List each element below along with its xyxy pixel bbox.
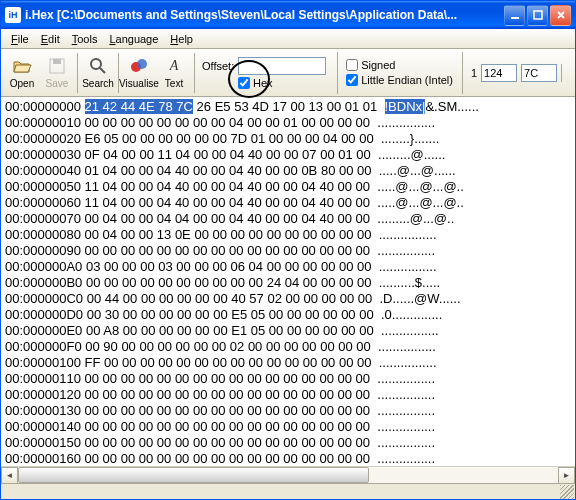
hex-row[interactable]: 00:00000080 00 04 00 00 13 0E 00 00 00 0… bbox=[5, 227, 575, 243]
maximize-button[interactable] bbox=[527, 5, 548, 26]
hex-row[interactable]: 00:00000100 FF 00 00 00 00 00 00 00 00 0… bbox=[5, 355, 575, 371]
ascii-cell[interactable]: .........@...... bbox=[378, 147, 445, 163]
hex-bytes[interactable]: 00 00 00 00 00 00 00 00 00 00 00 00 00 0… bbox=[85, 387, 378, 403]
hex-bytes[interactable]: 00 00 00 00 00 00 00 00 00 00 24 04 00 0… bbox=[86, 275, 379, 291]
ascii-cell[interactable]: ..........$..... bbox=[379, 275, 440, 291]
text-button[interactable]: A Text bbox=[157, 51, 191, 95]
save-button[interactable]: Save bbox=[40, 51, 74, 95]
hex-bytes[interactable]: 0F 04 00 00 11 04 00 00 04 40 00 00 07 0… bbox=[85, 147, 378, 163]
hex-row[interactable]: 00:00000040 01 04 00 00 04 40 00 00 04 4… bbox=[5, 163, 575, 179]
hex-bytes[interactable]: 00 00 00 00 00 00 00 00 04 00 00 01 00 0… bbox=[85, 115, 378, 131]
menu-language[interactable]: Language bbox=[103, 31, 164, 47]
ascii-cell[interactable]: .0.............. bbox=[381, 307, 442, 323]
endian-checkbox[interactable] bbox=[346, 74, 358, 86]
hex-bytes[interactable]: 00 04 00 00 13 0E 00 00 00 00 00 00 00 0… bbox=[85, 227, 379, 243]
hex-bytes[interactable]: FF 00 00 00 00 00 00 00 00 00 00 00 00 0… bbox=[85, 355, 379, 371]
hex-row[interactable]: 00:000000E0 00 A8 00 00 00 00 00 00 E1 0… bbox=[5, 323, 575, 339]
hex-row[interactable]: 00:00000110 00 00 00 00 00 00 00 00 00 0… bbox=[5, 371, 575, 387]
hex-row[interactable]: 00:00000020 E6 05 00 00 00 00 00 00 7D 0… bbox=[5, 131, 575, 147]
ascii-cell[interactable]: ................ bbox=[377, 403, 435, 419]
ascii-cell[interactable]: ................ bbox=[379, 259, 437, 275]
endian-checkbox-label[interactable]: Little Endian (Intel) bbox=[346, 74, 453, 86]
ascii-cell[interactable]: ................ bbox=[377, 243, 435, 259]
menu-edit[interactable]: Edit bbox=[35, 31, 66, 47]
ascii-cell[interactable]: .........@...@.. bbox=[377, 211, 454, 227]
hex-row[interactable]: 00:00000000 21 42 44 4E 78 7C 26 E5 53 4… bbox=[5, 99, 575, 115]
hex-bytes[interactable]: 00 00 00 00 00 00 00 00 00 00 00 00 00 0… bbox=[85, 371, 378, 387]
hex-bytes[interactable]: 11 04 00 00 04 40 00 00 04 40 00 00 04 4… bbox=[85, 195, 378, 211]
hex-row[interactable]: 00:00000010 00 00 00 00 00 00 00 00 04 0… bbox=[5, 115, 575, 131]
ascii-cell[interactable]: ................ bbox=[377, 451, 435, 466]
ascii-cell[interactable]: ................ bbox=[381, 323, 439, 339]
hex-view[interactable]: 00:00000000 21 42 44 4E 78 7C 26 E5 53 4… bbox=[1, 97, 575, 466]
ascii-cell[interactable]: .....@...@...... bbox=[379, 163, 456, 179]
hex-row[interactable]: 00:000000B0 00 00 00 00 00 00 00 00 00 0… bbox=[5, 275, 575, 291]
ascii-cell[interactable]: ................ bbox=[377, 371, 435, 387]
hex-row[interactable]: 00:00000030 0F 04 00 00 11 04 00 00 04 4… bbox=[5, 147, 575, 163]
hex-bytes[interactable]: 00 00 00 00 00 00 00 00 00 00 00 00 00 0… bbox=[85, 243, 378, 259]
hex-row[interactable]: 00:00000140 00 00 00 00 00 00 00 00 00 0… bbox=[5, 419, 575, 435]
text-label: Text bbox=[165, 78, 183, 89]
minimize-button[interactable] bbox=[504, 5, 525, 26]
ascii-cell[interactable]: ................ bbox=[378, 339, 436, 355]
hex-row[interactable]: 00:000000C0 00 44 00 00 00 00 00 00 40 5… bbox=[5, 291, 575, 307]
value-hex-input[interactable] bbox=[521, 64, 557, 82]
hex-row[interactable]: 00:000000F0 00 90 00 00 00 00 00 00 02 0… bbox=[5, 339, 575, 355]
menu-help[interactable]: Help bbox=[164, 31, 199, 47]
hex-bytes[interactable]: 00 90 00 00 00 00 00 00 02 00 00 00 00 0… bbox=[85, 339, 378, 355]
horizontal-scrollbar[interactable]: ◄ ► bbox=[1, 466, 575, 483]
ascii-cell[interactable]: !BDNx|&.SM...... bbox=[385, 99, 479, 115]
ascii-cell[interactable]: ................ bbox=[377, 419, 435, 435]
scroll-right-button[interactable]: ► bbox=[558, 467, 575, 484]
close-button[interactable] bbox=[550, 5, 571, 26]
scroll-thumb[interactable] bbox=[18, 467, 369, 483]
hex-bytes[interactable]: 11 04 00 00 04 40 00 00 04 40 00 00 04 4… bbox=[85, 179, 378, 195]
hex-bytes[interactable]: 00 00 00 00 00 00 00 00 00 00 00 00 00 0… bbox=[85, 435, 378, 451]
ascii-cell[interactable]: ................ bbox=[379, 227, 437, 243]
hex-checkbox-label[interactable]: Hex bbox=[238, 77, 326, 89]
hex-bytes[interactable]: 03 00 00 00 03 00 00 00 06 04 00 00 00 0… bbox=[86, 259, 379, 275]
hex-bytes[interactable]: 00 44 00 00 00 00 00 00 40 57 02 00 00 0… bbox=[87, 291, 380, 307]
hex-bytes[interactable]: 00 A8 00 00 00 00 00 00 E1 05 00 00 00 0… bbox=[86, 323, 381, 339]
hex-row[interactable]: 00:00000090 00 00 00 00 00 00 00 00 00 0… bbox=[5, 243, 575, 259]
hex-row[interactable]: 00:00000050 11 04 00 00 04 40 00 00 04 4… bbox=[5, 179, 575, 195]
scroll-track[interactable] bbox=[18, 467, 558, 483]
hex-row[interactable]: 00:00000120 00 00 00 00 00 00 00 00 00 0… bbox=[5, 387, 575, 403]
hex-row[interactable]: 00:000000D0 00 30 00 00 00 00 00 00 E5 0… bbox=[5, 307, 575, 323]
hex-checkbox[interactable] bbox=[238, 77, 250, 89]
ascii-cell[interactable]: ................ bbox=[377, 115, 435, 131]
ascii-cell[interactable]: .D......@W...... bbox=[379, 291, 460, 307]
menu-tools[interactable]: Tools bbox=[66, 31, 104, 47]
ascii-cell[interactable]: .....@...@...@.. bbox=[377, 195, 464, 211]
signed-checkbox-label[interactable]: Signed bbox=[346, 59, 453, 71]
hex-row[interactable]: 00:00000070 00 04 00 00 04 04 00 00 04 4… bbox=[5, 211, 575, 227]
hex-bytes[interactable]: 00 00 00 00 00 00 00 00 00 00 00 00 00 0… bbox=[85, 403, 378, 419]
hex-row[interactable]: 00:000000A0 03 00 00 00 03 00 00 00 06 0… bbox=[5, 259, 575, 275]
hex-bytes[interactable]: 00 00 00 00 00 00 00 00 00 00 00 00 00 0… bbox=[85, 419, 378, 435]
value-dec-input[interactable] bbox=[481, 64, 517, 82]
signed-checkbox[interactable] bbox=[346, 59, 358, 71]
titlebar[interactable]: iH i.Hex [C:\Documents and Settings\Stev… bbox=[1, 1, 575, 29]
hex-bytes[interactable]: 00 04 00 00 04 04 00 00 04 40 00 00 04 4… bbox=[85, 211, 378, 227]
visualise-button[interactable]: Visualise bbox=[122, 51, 156, 95]
hex-row[interactable]: 00:00000130 00 00 00 00 00 00 00 00 00 0… bbox=[5, 403, 575, 419]
hex-bytes[interactable]: 00 00 00 00 00 00 00 00 00 00 00 00 00 0… bbox=[85, 451, 378, 466]
resize-grip-icon[interactable] bbox=[560, 485, 574, 499]
hex-bytes[interactable]: 00 30 00 00 00 00 00 00 E5 05 00 00 00 0… bbox=[87, 307, 381, 323]
hex-row[interactable]: 00:00000150 00 00 00 00 00 00 00 00 00 0… bbox=[5, 435, 575, 451]
ascii-cell[interactable]: ................ bbox=[377, 435, 435, 451]
hex-row[interactable]: 00:00000160 00 00 00 00 00 00 00 00 00 0… bbox=[5, 451, 575, 466]
open-button[interactable]: Open bbox=[5, 51, 39, 95]
ascii-cell[interactable]: ................ bbox=[379, 355, 437, 371]
hex-bytes[interactable]: 21 42 44 4E 78 7C 26 E5 53 4D 17 00 13 0… bbox=[85, 99, 385, 115]
ascii-cell[interactable]: ................ bbox=[377, 387, 435, 403]
hex-bytes[interactable]: E6 05 00 00 00 00 00 00 7D 01 00 00 00 0… bbox=[85, 131, 381, 147]
offset-input[interactable] bbox=[238, 57, 326, 75]
hex-row[interactable]: 00:00000060 11 04 00 00 04 40 00 00 04 4… bbox=[5, 195, 575, 211]
menu-file[interactable]: File bbox=[5, 31, 35, 47]
scroll-left-button[interactable]: ◄ bbox=[1, 467, 18, 484]
hex-bytes[interactable]: 01 04 00 00 04 40 00 00 04 40 00 00 0B 8… bbox=[85, 163, 379, 179]
search-button[interactable]: Search bbox=[81, 51, 115, 95]
ascii-cell[interactable]: ........}....... bbox=[381, 131, 440, 147]
ascii-cell[interactable]: .....@...@...@.. bbox=[377, 179, 464, 195]
